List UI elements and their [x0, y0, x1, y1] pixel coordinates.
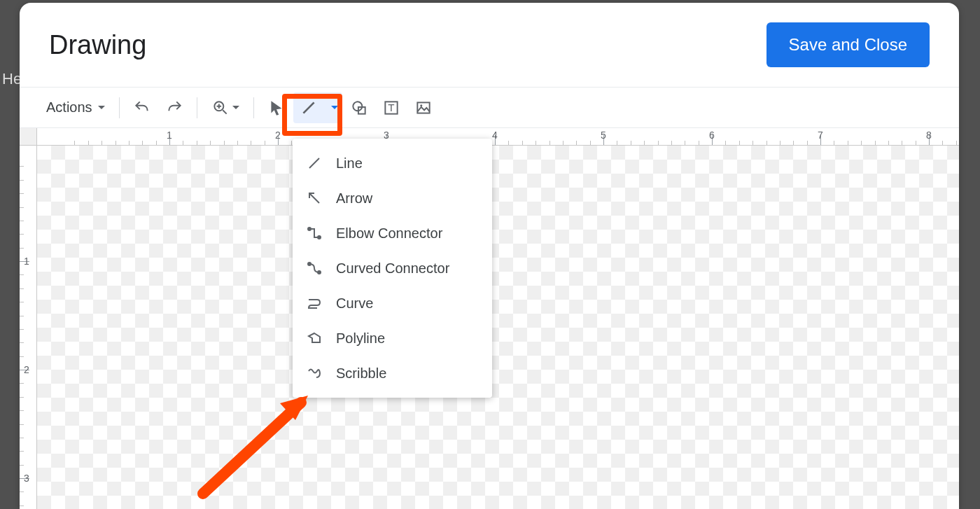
ruler-h-label: 7: [818, 130, 823, 141]
menu-item-label: Scribble: [336, 365, 386, 382]
menu-item-curve[interactable]: Curve: [293, 286, 492, 321]
shape-tool-button[interactable]: [344, 92, 374, 123]
dialog-title: Drawing: [49, 30, 146, 60]
menu-item-label: Curve: [336, 295, 373, 312]
caret-down-icon: [232, 106, 239, 109]
actions-label: Actions: [46, 99, 92, 116]
svg-point-5: [353, 102, 362, 111]
caret-down-icon: [98, 106, 105, 109]
ruler-corner: [20, 128, 37, 146]
ruler-v-label: 3: [24, 473, 29, 484]
separator: [197, 97, 197, 118]
menu-item-label: Arrow: [336, 190, 372, 207]
menu-item-polyline[interactable]: Polyline: [293, 321, 492, 356]
menu-item-line[interactable]: Line: [293, 146, 492, 181]
svg-line-11: [309, 158, 319, 168]
menu-item-label: Curved Connector: [336, 260, 449, 277]
svg-point-14: [318, 236, 321, 239]
ruler-h-label: 8: [926, 130, 932, 141]
svg-line-4: [303, 102, 314, 113]
redo-button[interactable]: [159, 92, 190, 123]
caret-down-icon: [331, 106, 338, 109]
line-tool-button[interactable]: [293, 92, 324, 123]
svg-text:T: T: [388, 102, 394, 113]
save-and-close-button[interactable]: Save and Close: [766, 22, 930, 67]
ruler-h-label: 1: [167, 130, 172, 141]
ruler-h-label: 6: [709, 130, 715, 141]
svg-point-16: [318, 271, 321, 274]
host-fragment-heading: He: [2, 70, 22, 88]
svg-line-1: [223, 110, 226, 113]
curve-icon: [305, 294, 323, 312]
arrow-icon: [305, 189, 323, 207]
polyline-icon: [305, 329, 323, 347]
vertical-ruler: 123: [20, 146, 37, 509]
actions-menu-button[interactable]: Actions: [39, 92, 112, 123]
svg-marker-17: [309, 333, 320, 342]
menu-item-label: Polyline: [336, 330, 385, 347]
separator: [253, 97, 254, 118]
undo-button[interactable]: [127, 92, 158, 123]
menu-item-curved-connector[interactable]: Curved Connector: [293, 251, 492, 286]
dialog-header: Drawing Save and Close: [20, 3, 959, 88]
curved-connector-icon: [305, 259, 323, 277]
text-box-button[interactable]: T: [376, 92, 407, 123]
line-tool-dropdown-button[interactable]: [324, 92, 342, 123]
image-button[interactable]: [408, 92, 439, 123]
separator: [119, 97, 120, 118]
horizontal-ruler: 12345678: [37, 128, 959, 146]
line-tool-split-button[interactable]: [293, 92, 342, 123]
ruler-h-label: 5: [601, 130, 606, 141]
menu-item-label: Elbow Connector: [336, 225, 442, 242]
toolbar: Actions: [20, 88, 959, 128]
ruler-h-label: 4: [492, 130, 498, 141]
ruler-h-label: 2: [275, 130, 281, 141]
zoom-button[interactable]: [204, 92, 246, 123]
svg-point-15: [308, 263, 311, 265]
svg-rect-9: [417, 102, 429, 113]
svg-point-10: [420, 104, 422, 106]
menu-item-elbow-connector[interactable]: Elbow Connector: [293, 216, 492, 251]
menu-item-arrow[interactable]: Arrow: [293, 181, 492, 216]
svg-line-12: [309, 193, 319, 203]
line-tool-dropdown: Line Arrow Elbow Connector Curved Connec…: [293, 139, 492, 398]
svg-point-13: [308, 228, 311, 230]
drawing-canvas[interactable]: [37, 146, 959, 509]
elbow-connector-icon: [305, 224, 323, 242]
line-icon: [305, 154, 323, 172]
select-tool-button[interactable]: [261, 92, 292, 123]
menu-item-scribble[interactable]: Scribble: [293, 356, 492, 391]
menu-item-label: Line: [336, 155, 363, 172]
scribble-icon: [305, 364, 323, 382]
ruler-v-label: 1: [24, 256, 29, 267]
ruler-v-label: 2: [24, 364, 29, 375]
